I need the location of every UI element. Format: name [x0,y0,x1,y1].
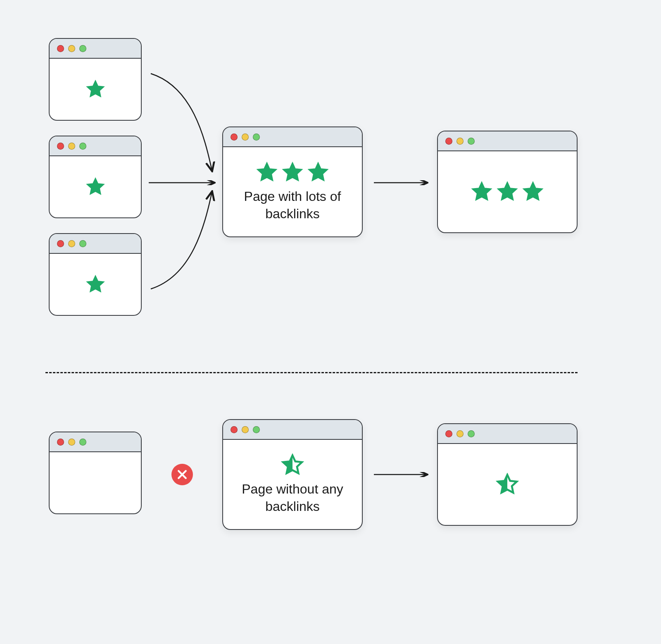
source-page-1 [49,38,142,121]
star-icon [281,161,304,184]
star-icon [85,274,106,295]
traffic-light-green [79,240,86,247]
window-header [438,424,577,444]
window-header [50,136,141,156]
traffic-light-yellow [242,134,249,141]
star-icon [496,180,519,203]
star-row [255,161,330,184]
traffic-light-green [253,134,260,141]
star-row [281,453,304,477]
traffic-light-red [445,430,452,437]
traffic-light-green [79,45,86,52]
traffic-light-red [57,143,64,150]
arrow-bottom-to-center [147,187,217,292]
window-header [50,39,141,59]
arrow-center-to-result-bottom [372,472,430,477]
window-header [223,420,362,440]
traffic-light-red [231,426,238,433]
x-icon [176,468,188,481]
traffic-light-yellow [68,45,75,52]
arrow-mid-to-center [147,180,217,185]
half-star-icon [496,473,519,496]
traffic-light-red [57,45,64,52]
traffic-light-green [79,439,86,446]
window-header [50,234,141,254]
star-row [85,177,106,197]
star-icon [255,161,278,184]
traffic-light-green [79,143,86,150]
star-icon [307,161,330,184]
star-row [496,473,519,496]
traffic-light-yellow [68,143,75,150]
star-icon [85,79,106,100]
traffic-light-red [231,134,238,141]
traffic-light-yellow [242,426,249,433]
star-icon [521,180,544,203]
star-row [470,180,544,203]
section-divider [45,372,578,373]
star-row [85,274,106,295]
traffic-light-yellow [457,430,464,437]
half-star-icon [281,453,304,477]
traffic-light-green [468,430,475,437]
traffic-light-green [468,138,475,145]
window-header [438,131,577,151]
traffic-light-green [253,426,260,433]
result-page-top [437,131,578,233]
x-blocker-icon [171,464,193,485]
center-page-backlinks: Page with lots of backlinks [222,126,363,237]
window-header [50,432,141,452]
traffic-light-yellow [68,439,75,446]
center-page-no-backlinks: Page without any backlinks [222,419,363,530]
star-icon [470,180,493,203]
source-page-3 [49,233,142,316]
result-page-bottom [437,423,578,526]
arrow-center-to-result [372,180,430,185]
center-page-label: Page with lots of backlinks [227,188,358,222]
star-icon [85,177,106,197]
traffic-light-red [57,439,64,446]
source-page-empty [49,432,142,514]
traffic-light-red [57,240,64,247]
arrow-top-to-center [147,70,217,176]
star-row [85,79,106,100]
source-page-2 [49,136,142,218]
traffic-light-red [445,138,452,145]
window-header [223,127,362,147]
traffic-light-yellow [68,240,75,247]
center-page-label: Page without any backlinks [227,481,358,515]
traffic-light-yellow [457,138,464,145]
